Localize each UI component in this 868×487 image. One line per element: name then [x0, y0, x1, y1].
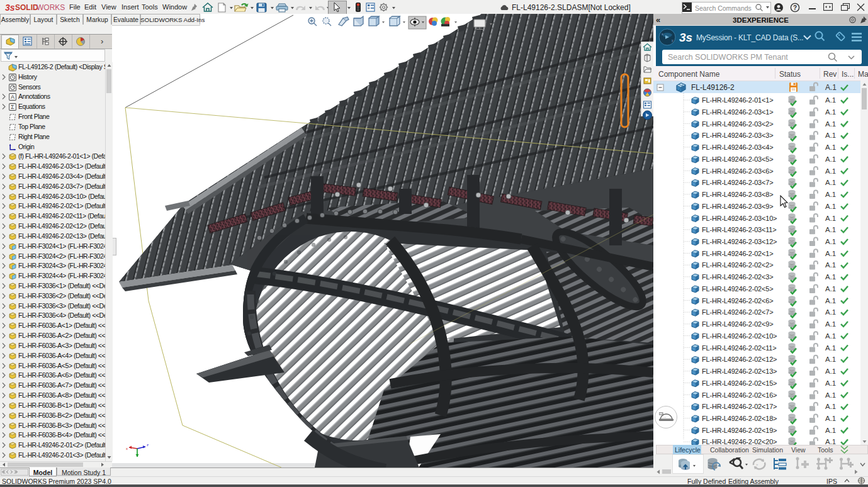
svg-text:A.1: A.1	[825, 226, 836, 233]
svg-text:3s: 3s	[5, 3, 15, 13]
svg-text:x: x	[126, 447, 128, 451]
svg-text:FL-HR-L49246-2-02<19>: FL-HR-L49246-2-02<19>	[702, 427, 777, 434]
svg-text:FL-HR-L49246-2-02<11>: FL-HR-L49246-2-02<11>	[702, 344, 777, 352]
svg-text:FL-HR-L49246-2-02<15>: FL-HR-L49246-2-02<15>	[702, 379, 777, 387]
svg-text:z: z	[147, 443, 149, 447]
svg-text:FL-HR-L49246-2-02<16>: FL-HR-L49246-2-02<16>	[702, 391, 777, 399]
svg-text:A.1: A.1	[825, 143, 836, 151]
svg-text:?: ?	[793, 4, 797, 11]
svg-text:FL-HR-L49246-2-03<6>: FL-HR-L49246-2-03<6>	[702, 167, 773, 175]
svg-text:A.1: A.1	[825, 379, 836, 387]
svg-text:FL-HR-L49246-2-01<1>: FL-HR-L49246-2-01<1>	[702, 96, 773, 104]
svg-text:FL-HR-L49246-2-03<4>: FL-HR-L49246-2-03<4>	[702, 143, 773, 151]
svg-text:FL-HR-L49246-2-02<18>: FL-HR-L49246-2-02<18>	[702, 415, 777, 422]
svg-text:FL-HR-L49246-2-03<7>: FL-HR-L49246-2-03<7>	[702, 179, 773, 186]
svg-text:Σ: Σ	[11, 104, 14, 110]
svg-text:FL-HR-L49246-2-03<11>: FL-HR-L49246-2-03<11>	[702, 226, 777, 233]
svg-text:A.1: A.1	[825, 415, 836, 422]
svg-text:A.1: A.1	[825, 120, 836, 128]
svg-text:SOLID: SOLID	[15, 3, 38, 12]
svg-text:A.1: A.1	[825, 108, 836, 116]
svg-text:A.1: A.1	[825, 427, 836, 434]
svg-text:A.1: A.1	[825, 344, 836, 352]
svg-text:A.1: A.1	[825, 261, 836, 269]
svg-text:A.1: A.1	[825, 238, 836, 245]
svg-text:FL-HR-L49246-2-02<17>: FL-HR-L49246-2-02<17>	[702, 403, 777, 410]
svg-text:FL-HR-L49246-2-03<2>: FL-HR-L49246-2-03<2>	[702, 120, 773, 128]
svg-text:FL-HR-L49246-2-03<3>: FL-HR-L49246-2-03<3>	[702, 132, 773, 139]
svg-text:A.1: A.1	[825, 215, 836, 222]
svg-text:»: »	[756, 462, 758, 466]
svg-text:FL-HR-L49246-2-03<8>: FL-HR-L49246-2-03<8>	[702, 191, 773, 198]
svg-text:3s: 3s	[679, 31, 692, 44]
svg-text:FL-HR-L49246-2-02<3>: FL-HR-L49246-2-02<3>	[702, 273, 773, 281]
svg-text:A.1: A.1	[825, 191, 836, 198]
svg-text:A.1: A.1	[825, 179, 836, 186]
svg-text:A.1: A.1	[825, 297, 836, 305]
svg-text:A.1: A.1	[825, 203, 836, 210]
svg-text:...: ...	[663, 415, 666, 418]
svg-text:A.1: A.1	[825, 308, 836, 316]
svg-text:FL-HR-L49246-2-02<2>: FL-HR-L49246-2-02<2>	[702, 261, 773, 269]
svg-text:A.1: A.1	[825, 273, 836, 281]
svg-text:A.1: A.1	[825, 96, 836, 104]
svg-text:A.1: A.1	[825, 132, 836, 139]
svg-text:FL-HR-L49246-2-02<7>: FL-HR-L49246-2-02<7>	[702, 308, 773, 316]
svg-text:FL-HR-L49246-2-02<20>: FL-HR-L49246-2-02<20>	[702, 438, 777, 445]
svg-text:FL-HR-L49246-2-03<5>: FL-HR-L49246-2-03<5>	[702, 155, 773, 163]
svg-text:A.1: A.1	[825, 355, 836, 363]
svg-text:A.1: A.1	[825, 403, 836, 410]
svg-text:FL-HR-L49246-2-03<1>: FL-HR-L49246-2-03<1>	[702, 108, 773, 116]
svg-text:A.1: A.1	[825, 367, 836, 375]
svg-text:FL-L49126-2: FL-L49126-2	[691, 83, 735, 92]
svg-text:FL-HR-L49246-2-02<13>: FL-HR-L49246-2-02<13>	[702, 367, 777, 375]
svg-text:A.1: A.1	[825, 391, 836, 399]
svg-text:FL-HR-L49246-2-02<10>: FL-HR-L49246-2-02<10>	[702, 332, 777, 340]
svg-text:FL-HR-L49246-2-02<6>: FL-HR-L49246-2-02<6>	[702, 297, 773, 305]
svg-text:A.1: A.1	[825, 155, 836, 163]
svg-text:FL-HR-L49246-2-03<12>: FL-HR-L49246-2-03<12>	[702, 238, 777, 245]
svg-text:A.1: A.1	[825, 438, 836, 445]
svg-text:FL-HR-L49246-2-03<10>: FL-HR-L49246-2-03<10>	[702, 215, 777, 222]
svg-text:A.1: A.1	[825, 250, 836, 257]
svg-text:FL-HR-L49246-2-02<5>: FL-HR-L49246-2-02<5>	[702, 285, 773, 293]
svg-text:A.1: A.1	[825, 320, 836, 328]
svg-text:A.1: A.1	[825, 285, 836, 293]
svg-text:A.1: A.1	[825, 83, 837, 92]
svg-text:A.1: A.1	[825, 167, 836, 175]
svg-text:A: A	[11, 94, 15, 100]
svg-text:FL-HR-L49246-2-02<1>: FL-HR-L49246-2-02<1>	[702, 250, 773, 257]
svg-text:A.1: A.1	[825, 332, 836, 340]
svg-text:WORKS: WORKS	[37, 3, 65, 12]
svg-text:FL-HR-L49246-2-02<12>: FL-HR-L49246-2-02<12>	[702, 355, 777, 363]
svg-text:FL-HR-L49246-2-02<9>: FL-HR-L49246-2-02<9>	[702, 320, 773, 328]
svg-text:FL-HR-L49246-2-03<9>: FL-HR-L49246-2-03<9>	[702, 203, 773, 210]
